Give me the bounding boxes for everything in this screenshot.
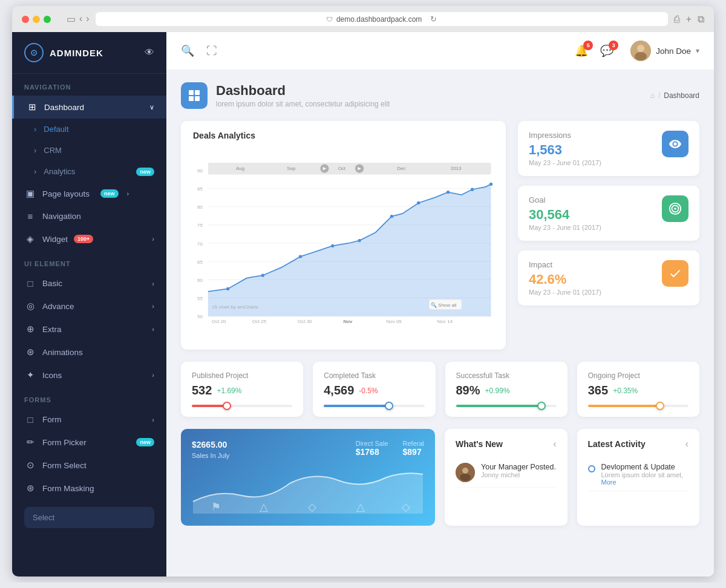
sidebar-item-advance-label: Advance bbox=[42, 302, 74, 311]
sidebar-item-extra[interactable]: ⊕ Extra › bbox=[12, 318, 166, 341]
whats-new-item-title: Your Manager Posted. bbox=[481, 463, 556, 471]
sidebar-item-icons[interactable]: ✦ Icons › bbox=[12, 364, 166, 387]
top-header: 🔍 ⛶ 🔔 5 💬 3 bbox=[166, 32, 714, 70]
metric-published-slider[interactable] bbox=[192, 405, 292, 407]
messages-icon[interactable]: 💬 3 bbox=[600, 44, 613, 57]
eye-icon[interactable]: 👁 bbox=[145, 47, 154, 58]
whats-new-item-sub: Jonny michel bbox=[481, 471, 556, 479]
icons-icon: ✦ bbox=[24, 370, 36, 381]
new-tab-icon[interactable]: + bbox=[686, 14, 692, 25]
sidebar-item-basic-label: Basic bbox=[42, 279, 62, 288]
forms-section-label: Forms bbox=[12, 387, 166, 408]
metric-completed-slider[interactable] bbox=[324, 405, 424, 407]
sidebar-item-analytics[interactable]: › Analytics new bbox=[12, 161, 166, 182]
page-subtitle: lorem ipsum dolor sit amet, consectetur … bbox=[216, 100, 390, 108]
sidebar-item-page-layouts[interactable]: ▣ Page layouts new › bbox=[12, 182, 166, 205]
sales-direct-value: $1768 bbox=[356, 447, 388, 457]
svg-text:55: 55 bbox=[197, 296, 203, 301]
ui-section-label: UI Element bbox=[12, 250, 166, 272]
sidebar-item-crm-label: CRM bbox=[44, 146, 62, 155]
metric-ongoing-slider[interactable] bbox=[588, 405, 688, 407]
svg-point-35 bbox=[226, 287, 229, 290]
bottom-row: $2665.00 Sales In July Direct Sale $1768… bbox=[181, 429, 699, 526]
metric-published: Published Project 532 +1.69% bbox=[181, 362, 303, 417]
advance-icon: ◎ bbox=[24, 301, 36, 312]
extra-icon: ⊕ bbox=[24, 324, 36, 335]
latest-activity-collapse-icon[interactable]: ‹ bbox=[685, 439, 688, 449]
svg-text:60: 60 bbox=[197, 278, 203, 283]
user-caret-icon: ▾ bbox=[696, 47, 699, 55]
shield-icon: 🛡 bbox=[326, 16, 333, 23]
chevron-down-icon: ∨ bbox=[149, 103, 154, 111]
forward-icon[interactable]: › bbox=[86, 13, 89, 25]
sales-direct-label: Direct Sale bbox=[356, 440, 388, 447]
sidebar-item-advance[interactable]: ◎ Advance › bbox=[12, 295, 166, 318]
form-masking-icon: ⊛ bbox=[24, 483, 36, 494]
activity-dot-icon bbox=[588, 465, 595, 472]
form-picker-icon: ✏ bbox=[24, 437, 36, 448]
share-icon[interactable]: ⎙ bbox=[674, 14, 680, 25]
svg-text:2013: 2013 bbox=[451, 166, 462, 171]
sales-card: $2665.00 Sales In July Direct Sale $1768… bbox=[181, 429, 435, 526]
metrics-row: Published Project 532 +1.69% Completed T… bbox=[181, 362, 699, 417]
breadcrumb-separator: / bbox=[658, 91, 660, 100]
badge-new-analytics: new bbox=[136, 168, 154, 176]
sidebar-item-navigation[interactable]: ≡ Navigation bbox=[12, 205, 166, 227]
notifications-badge: 5 bbox=[583, 41, 593, 50]
metric-completed: Completed Task 4,569 -0.5% bbox=[313, 362, 435, 417]
select-button[interactable]: Select bbox=[24, 507, 154, 528]
impact-value: 42.6% bbox=[529, 272, 653, 287]
sidebar-toggle-icon[interactable]: ▭ bbox=[67, 13, 76, 25]
svg-text:70: 70 bbox=[197, 241, 203, 247]
activity-more-link[interactable]: More bbox=[601, 479, 616, 486]
deals-chart: 90 85 80 75 70 65 60 55 50 bbox=[193, 146, 494, 340]
address-bar[interactable]: 🛡 demo.dashboardpack.com ↻ bbox=[96, 12, 668, 26]
back-icon[interactable]: ‹ bbox=[79, 13, 82, 25]
sidebar-item-dashboard[interactable]: ⊞ Dashboard ∨ bbox=[12, 96, 166, 119]
expand-icon[interactable]: ⛶ bbox=[206, 45, 217, 57]
dashboard-icon: ⊞ bbox=[26, 102, 38, 113]
fullscreen-dot[interactable] bbox=[44, 16, 51, 23]
search-icon[interactable]: 🔍 bbox=[181, 44, 194, 57]
impact-icon bbox=[662, 260, 688, 287]
metric-published-change: +1.69% bbox=[217, 387, 241, 395]
minimize-dot[interactable] bbox=[33, 16, 40, 23]
user-menu[interactable]: John Doe ▾ bbox=[630, 41, 699, 61]
sidebar-item-widget-label: Widget bbox=[42, 235, 68, 244]
sidebar-item-form-select[interactable]: ⊙ Form Select bbox=[12, 454, 166, 477]
metric-successful-slider[interactable] bbox=[456, 405, 557, 407]
badge-count-widget: 100+ bbox=[74, 235, 93, 243]
sidebar-item-form-masking[interactable]: ⊛ Form Masking bbox=[12, 477, 166, 500]
navigation-icon: ≡ bbox=[24, 211, 36, 221]
sidebar-item-animations-label: Animations bbox=[42, 348, 83, 357]
sales-total-label: Sales In July bbox=[192, 452, 229, 459]
svg-text:Aug: Aug bbox=[236, 166, 244, 171]
svg-text:50: 50 bbox=[197, 314, 203, 319]
refresh-icon[interactable]: ↻ bbox=[430, 15, 437, 24]
svg-point-38 bbox=[331, 244, 334, 247]
sidebar-item-form[interactable]: □ Form › bbox=[12, 408, 166, 431]
sidebar-item-default[interactable]: › Default bbox=[12, 119, 166, 140]
svg-point-64 bbox=[460, 474, 471, 481]
close-dot[interactable] bbox=[22, 16, 29, 23]
chevron-right-icon: › bbox=[152, 371, 154, 379]
page-header-icon bbox=[181, 82, 208, 109]
split-icon[interactable]: ⧉ bbox=[698, 14, 704, 25]
sidebar-item-animations[interactable]: ⊛ Animations bbox=[12, 341, 166, 364]
sidebar-item-basic[interactable]: □ Basic › bbox=[12, 272, 166, 295]
sidebar-item-form-masking-label: Form Masking bbox=[42, 484, 94, 493]
metric-published-label: Published Project bbox=[192, 371, 292, 380]
widget-icon: ◈ bbox=[24, 234, 36, 244]
sidebar-item-widget[interactable]: ◈ Widget 100+ › bbox=[12, 227, 166, 250]
whats-new-collapse-icon[interactable]: ‹ bbox=[553, 439, 556, 449]
sidebar-item-crm[interactable]: › CRM bbox=[12, 140, 166, 161]
dashboard-grid: Deals Analytics 90 85 80 75 70 65 bbox=[181, 121, 699, 350]
breadcrumb-current: Dashboard bbox=[664, 91, 699, 100]
notifications-bell[interactable]: 🔔 5 bbox=[575, 44, 588, 57]
metric-completed-label: Completed Task bbox=[324, 371, 424, 380]
svg-point-63 bbox=[462, 468, 468, 474]
animations-icon: ⊛ bbox=[24, 347, 36, 358]
deals-title: Deals Analytics bbox=[193, 131, 494, 140]
breadcrumb-home-icon[interactable]: ⌂ bbox=[650, 91, 655, 100]
sidebar-item-form-picker[interactable]: ✏ Form Picker new bbox=[12, 431, 166, 454]
